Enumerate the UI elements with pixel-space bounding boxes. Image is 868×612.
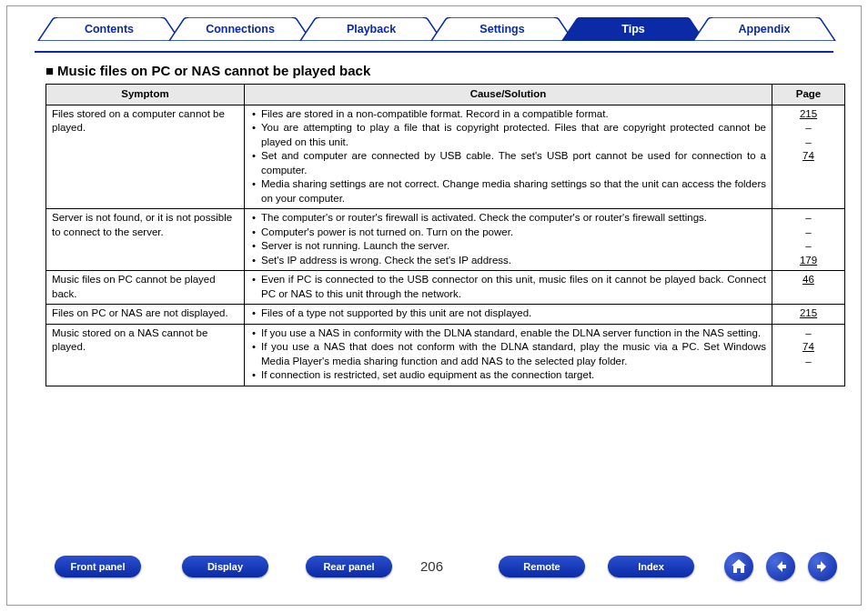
square-bullet-icon: ■ [45,63,54,78]
tab-label: Playback [347,23,396,35]
page-link[interactable]: 215 [778,107,839,122]
cause-item: Server is not running. Launch the server… [250,239,766,254]
cause-item: Even if PC is connected to the USB conne… [250,273,766,301]
page-dash: – [778,355,839,369]
tab-label: Settings [479,23,524,35]
cause-item: If connection is restricted, set audio e… [250,368,766,383]
page-dash: – [778,121,839,135]
cause-item: The computer's or router's firewall is a… [250,211,766,226]
cause-cell: The computer's or router's firewall is a… [245,209,772,271]
front-panel-button[interactable]: Front panel [55,556,141,577]
arrow-right-icon [814,558,831,575]
rear-panel-button[interactable]: Rear panel [306,556,392,577]
prev-button[interactable] [766,552,795,581]
page-link[interactable]: 46 [778,273,839,287]
tab-label: Appendix [739,23,791,35]
page-dash: – [778,239,839,254]
page-link[interactable]: 74 [778,340,839,355]
th-symptom: Symptom [46,85,245,105]
tab-tips[interactable]: Tips [560,17,706,41]
page-cell: 215 [772,305,845,325]
table-row: Music stored on a NAS cannot be played.I… [46,324,845,386]
page-cell: –74– [772,324,845,386]
remote-button[interactable]: Remote [499,556,585,577]
arrow-left-icon [772,558,789,575]
tab-appendix[interactable]: Appendix [691,17,837,41]
cause-item: Files are stored in a non-compatible for… [250,107,766,122]
tab-label: Tips [621,23,644,35]
table-header-row: Symptom Cause/Solution Page [46,85,845,105]
th-page: Page [772,85,845,105]
symptom-cell: Music files on PC cannot be played back. [46,271,245,305]
cause-item: Computer's power is not turned on. Turn … [250,226,766,240]
cause-item: You are attempting to play a file that i… [250,121,766,149]
page-cell: –––179 [772,209,845,271]
section-heading: ■Music files on PC or NAS cannot be play… [45,63,861,78]
page-dash: – [778,211,839,226]
button-label: Index [638,561,664,572]
cause-cell: Files are stored in a non-compatible for… [245,105,772,209]
table-row: Server is not found, or it is not possib… [46,209,845,271]
button-label: Remote [523,561,560,572]
cause-item: If you use a NAS that does not conform w… [250,340,766,368]
display-button[interactable]: Display [182,556,268,577]
page-dash: – [778,135,839,150]
cause-item: Media sharing settings are not correct. … [250,177,766,206]
heading-text: Music files on PC or NAS cannot be playe… [57,63,370,78]
button-label: Display [207,561,243,572]
tab-label: Connections [206,23,275,35]
troubleshooting-table: Symptom Cause/Solution Page Files stored… [45,84,845,386]
th-cause: Cause/Solution [245,85,772,105]
cause-item: If you use a NAS in conformity with the … [250,326,766,341]
button-label: Rear panel [323,561,374,572]
page-cell: 215––74 [772,105,845,209]
page-link[interactable]: 74 [778,149,839,164]
tab-connections[interactable]: Connections [167,17,313,41]
page-dash: – [778,326,839,341]
symptom-cell: Files stored on a computer cannot be pla… [46,105,245,209]
cause-item: Files of a type not supported by this un… [250,306,766,321]
cause-cell: Even if PC is connected to the USB conne… [245,271,772,305]
table-row: Files on PC or NAS are not displayed.Fil… [46,305,845,325]
cause-item: Set and computer are connected by USB ca… [250,149,766,177]
page-cell: 46 [772,271,845,305]
symptom-cell: Music stored on a NAS cannot be played. [46,324,245,386]
tabs-underline [35,51,833,53]
home-icon [730,557,748,576]
index-button[interactable]: Index [608,556,694,577]
tab-label: Contents [85,23,134,35]
table-row: Music files on PC cannot be played back.… [46,271,845,305]
page-number: 206 [420,558,443,574]
page-dash: – [778,226,839,240]
tab-contents[interactable]: Contents [36,17,182,41]
cause-cell: Files of a type not supported by this un… [245,305,772,325]
button-label: Front panel [71,561,126,572]
cause-item: Set's IP address is wrong. Check the set… [250,254,766,268]
tab-playback[interactable]: Playback [298,17,444,41]
next-button[interactable] [808,552,837,581]
table-row: Files stored on a computer cannot be pla… [46,105,845,209]
symptom-cell: Server is not found, or it is not possib… [46,209,245,271]
home-button[interactable] [724,552,753,581]
top-tabs: Contents Connections Playback Settings T… [7,17,861,50]
symptom-cell: Files on PC or NAS are not displayed. [46,305,245,325]
footer-bar: Front panel Display Rear panel 206 Remot… [7,556,861,590]
tab-settings[interactable]: Settings [429,17,575,41]
cause-cell: If you use a NAS in conformity with the … [245,324,772,386]
page-link[interactable]: 215 [778,306,839,321]
page-link[interactable]: 179 [778,254,839,268]
